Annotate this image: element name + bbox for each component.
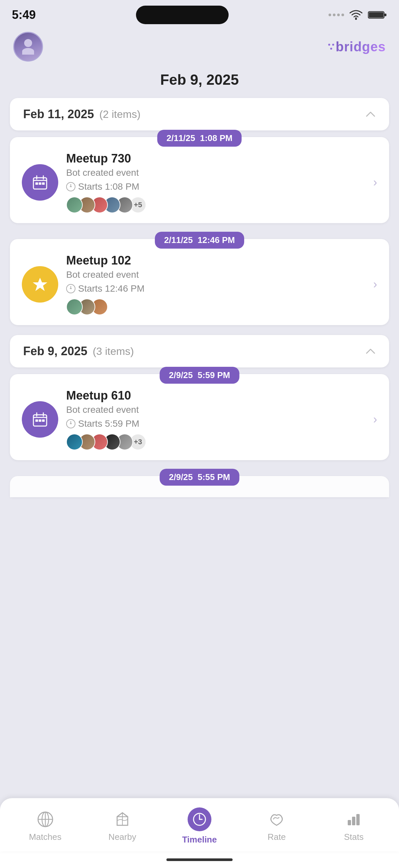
meetup-subtitle-730: Bot created event [66, 167, 365, 178]
meetup-card-wrapper-610: 2/9/25 5:59 PM Meetup 610 Bot cr [10, 374, 389, 460]
svg-marker-14 [33, 278, 47, 291]
svg-point-6 [330, 48, 332, 50]
nav-active-bg-timeline [188, 807, 211, 831]
meetup-time-610: Starts 5:59 PM [66, 418, 365, 429]
svg-rect-13 [42, 182, 45, 185]
nav-icon-rate [267, 810, 286, 829]
meetup-info-730: Meetup 730 Bot created event Starts 1:08… [66, 152, 365, 213]
status-time: 5:49 [12, 8, 36, 22]
svg-rect-20 [39, 420, 41, 422]
meetup-card-102[interactable]: Meetup 102 Bot created event Starts 12:4… [10, 239, 389, 325]
clock-icon-730 [66, 182, 75, 191]
time-badge-730: 2/11/25 1:08 PM [157, 130, 241, 147]
section-header-feb11[interactable]: Feb 11, 2025 (2 items) [10, 98, 389, 130]
participant-avatar [66, 197, 83, 213]
nav-label-stats: Stats [344, 832, 364, 842]
svg-point-0 [355, 18, 357, 20]
meetup-icon-610 [22, 401, 58, 438]
app-logo: bridges [328, 39, 386, 54]
nav-item-stats[interactable]: Stats [327, 810, 380, 842]
chevron-up-feb9[interactable] [365, 346, 376, 356]
svg-rect-3 [369, 12, 384, 18]
meetup-time-102: Starts 12:46 PM [66, 283, 365, 294]
participants-730: +5 [66, 197, 365, 213]
clock-icon-610 [66, 419, 75, 428]
nav-item-timeline[interactable]: Timeline [173, 807, 226, 845]
status-notch [136, 6, 229, 24]
card-chevron-102: › [373, 277, 377, 291]
svg-rect-32 [352, 817, 355, 825]
meetup-icon-730 [22, 164, 58, 200]
svg-point-5 [332, 44, 334, 46]
main-content: Feb 11, 2025 (2 items) 2/11/25 1:08 PM [0, 98, 399, 798]
meetup-info-610: Meetup 610 Bot created event Starts 5:59… [66, 389, 365, 450]
section-count-feb9: (3 items) [93, 345, 134, 358]
time-badge-102: 2/11/25 12:46 PM [155, 232, 244, 249]
battery-icon [368, 10, 387, 20]
meetup-card-wrapper-730: 2/11/25 1:08 PM Meetup 730 Bot c [10, 137, 389, 223]
svg-rect-31 [348, 820, 351, 825]
participants-102 [66, 299, 365, 315]
meetup-icon-102 [22, 266, 58, 303]
svg-rect-21 [42, 420, 45, 422]
meetup-card-wrapper-102: 2/11/25 12:46 PM Meetup 102 Bot created … [10, 239, 389, 325]
svg-rect-2 [385, 13, 387, 16]
wifi-icon [349, 9, 363, 20]
participant-avatar [66, 434, 83, 450]
home-indicator [0, 851, 399, 868]
app-header: bridges [0, 27, 399, 65]
svg-rect-19 [35, 420, 38, 422]
nav-label-rate: Rate [268, 832, 286, 842]
bottom-nav: Matches Nearby Timeline [0, 798, 399, 851]
status-bar: 5:49 [0, 0, 399, 27]
user-avatar[interactable] [13, 32, 43, 62]
nav-label-matches: Matches [29, 832, 61, 842]
card-chevron-730: › [373, 176, 377, 189]
section-header-feb9[interactable]: Feb 9, 2025 (3 items) [10, 335, 389, 368]
meetup-card-730[interactable]: Meetup 730 Bot created event Starts 1:08… [10, 137, 389, 223]
participant-avatar [66, 299, 83, 315]
home-bar [166, 859, 233, 861]
meetup-info-102: Meetup 102 Bot created event Starts 12:4… [66, 254, 365, 315]
meetup-subtitle-102: Bot created event [66, 270, 365, 280]
meetup-name-610: Meetup 610 [66, 389, 365, 403]
svg-rect-11 [35, 182, 38, 185]
status-icons [329, 9, 387, 20]
nav-icon-matches [36, 810, 55, 829]
page-title-section: Feb 9, 2025 [0, 65, 399, 98]
nav-item-rate[interactable]: Rate [250, 810, 303, 842]
svg-rect-12 [39, 182, 41, 185]
section-feb9: Feb 9, 2025 (3 items) 2/9/25 5:59 PM [10, 335, 389, 497]
nav-icon-stats [344, 810, 363, 829]
nav-label-timeline: Timeline [182, 835, 217, 845]
meetup-name-102: Meetup 102 [66, 254, 365, 268]
section-date-feb9: Feb 9, 2025 [23, 344, 87, 358]
section-feb11: Feb 11, 2025 (2 items) 2/11/25 1:08 PM [10, 98, 389, 325]
card-chevron-610: › [373, 412, 377, 426]
nav-label-nearby: Nearby [108, 832, 136, 842]
nav-item-nearby[interactable]: Nearby [96, 810, 149, 842]
meetup-card-610[interactable]: Meetup 610 Bot created event Starts 5:59… [10, 374, 389, 460]
meetup-subtitle-610: Bot created event [66, 405, 365, 415]
svg-rect-33 [356, 814, 360, 825]
svg-point-4 [328, 44, 330, 46]
nav-icon-nearby [113, 810, 132, 829]
page-title: Feb 9, 2025 [0, 71, 399, 88]
chevron-up-feb11[interactable] [365, 109, 376, 120]
meetup-name-730: Meetup 730 [66, 152, 365, 165]
time-badge-610: 2/9/25 5:59 PM [160, 367, 239, 384]
time-badge-partial: 2/9/25 5:55 PM [160, 469, 239, 486]
participants-610: +3 [66, 434, 365, 450]
section-date-feb11: Feb 11, 2025 [23, 107, 94, 121]
meetup-card-wrapper-partial: 2/9/25 5:55 PM [10, 476, 389, 497]
section-count-feb11: (2 items) [99, 108, 140, 121]
clock-icon-102 [66, 284, 75, 293]
meetup-time-730: Starts 1:08 PM [66, 181, 365, 192]
nav-item-matches[interactable]: Matches [19, 810, 72, 842]
signal-icon [329, 13, 344, 16]
